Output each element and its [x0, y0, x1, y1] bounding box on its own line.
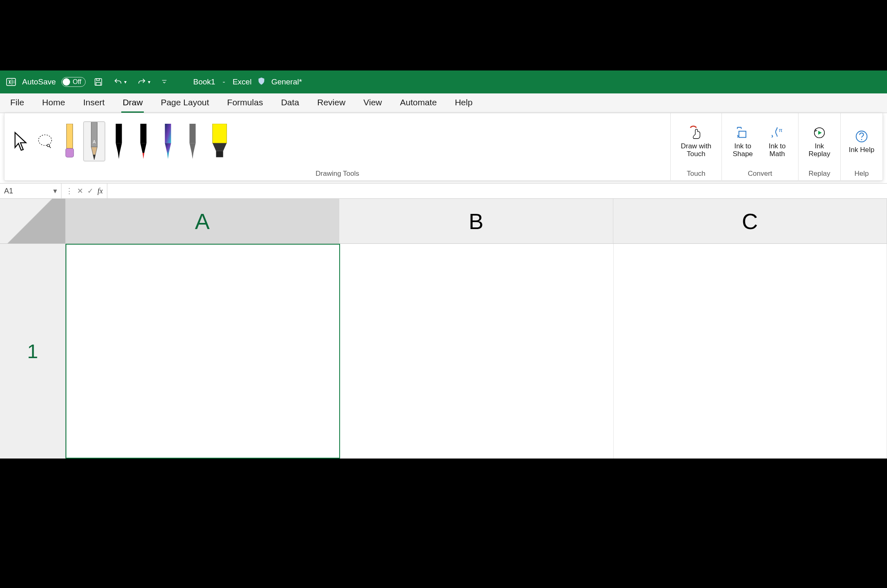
- cancel-icon[interactable]: ✕: [77, 186, 83, 195]
- cell-C1[interactable]: [614, 244, 887, 459]
- customize-qat-button[interactable]: [159, 77, 170, 87]
- app-name: Excel: [233, 77, 252, 86]
- autosave-toggle[interactable]: Off: [61, 77, 86, 87]
- draw-with-touch-label: Draw with Touch: [676, 142, 716, 158]
- pen-tool-pen-gray[interactable]: [181, 121, 204, 161]
- ink-help-button[interactable]: Ink Help: [846, 127, 878, 156]
- svg-rect-5: [97, 79, 100, 81]
- tab-page-layout[interactable]: Page Layout: [159, 97, 210, 113]
- select-all-corner[interactable]: [0, 199, 66, 244]
- svg-rect-22: [165, 124, 171, 143]
- group-drawing-tools: A Drawing Tools: [5, 113, 671, 180]
- pen-tool-pencil[interactable]: A: [83, 121, 105, 161]
- group-label-help: Help: [841, 170, 882, 180]
- autosave-label: AutoSave: [22, 77, 56, 86]
- group-label-drawing-tools: Drawing Tools: [5, 170, 670, 180]
- name-box[interactable]: A1 ▾: [0, 184, 61, 198]
- chevron-down-icon: ▾: [53, 186, 57, 195]
- svg-point-8: [39, 135, 52, 145]
- svg-text:π: π: [779, 127, 783, 133]
- column-header-A[interactable]: A: [66, 199, 339, 244]
- svg-rect-25: [189, 124, 195, 143]
- svg-point-36: [861, 139, 862, 141]
- group-touch: Draw with Touch Touch: [671, 113, 722, 180]
- title-bar: AutoSave Off ▾ ▾ Book1 - Excel General*: [0, 70, 887, 93]
- redo-button[interactable]: ▾: [135, 76, 153, 88]
- svg-rect-30: [216, 151, 223, 157]
- column-header-C[interactable]: C: [613, 199, 887, 244]
- worksheet-grid: ABC 1: [0, 199, 887, 459]
- svg-text:A: A: [93, 140, 96, 144]
- tab-help[interactable]: Help: [454, 97, 474, 113]
- svg-marker-24: [167, 153, 169, 159]
- group-convert: Ink to Shape π Ink to Math Convert: [722, 113, 799, 180]
- svg-rect-16: [116, 124, 122, 143]
- svg-rect-31: [739, 131, 746, 137]
- chevron-down-icon: ▾: [124, 79, 127, 85]
- svg-marker-23: [165, 143, 171, 153]
- column-header-B[interactable]: B: [339, 199, 613, 244]
- group-label-touch: Touch: [671, 170, 721, 180]
- undo-button[interactable]: ▾: [111, 76, 129, 88]
- ink-replay-label: Ink Replay: [804, 142, 835, 158]
- more-icon[interactable]: ⋮: [66, 186, 73, 195]
- column-headers: ABC: [0, 199, 887, 244]
- pen-tool-pen-black[interactable]: [108, 121, 130, 161]
- svg-marker-18: [118, 153, 120, 159]
- formula-bar: A1 ▾ ⋮ ✕ ✓ fx: [0, 183, 887, 199]
- toggle-knob: [63, 78, 70, 86]
- tab-review[interactable]: Review: [316, 97, 347, 113]
- svg-marker-20: [140, 143, 146, 153]
- tab-formulas[interactable]: Formulas: [226, 97, 264, 113]
- tab-data[interactable]: Data: [280, 97, 300, 113]
- svg-rect-10: [66, 124, 73, 148]
- ink-to-math-button[interactable]: π Ink to Math: [761, 123, 793, 160]
- ink-replay-button[interactable]: Ink Replay: [803, 123, 835, 160]
- ink-to-shape-button[interactable]: Ink to Shape: [727, 123, 759, 160]
- ribbon: A Drawing Tools Draw with Touch: [4, 113, 883, 181]
- svg-rect-28: [213, 124, 227, 143]
- tab-draw[interactable]: Draw: [121, 97, 144, 113]
- svg-marker-27: [192, 153, 193, 159]
- fx-icon[interactable]: fx: [98, 187, 103, 195]
- tab-home[interactable]: Home: [41, 97, 66, 113]
- svg-marker-34: [818, 131, 822, 135]
- autosave-state: Off: [73, 78, 81, 86]
- svg-rect-11: [66, 148, 73, 157]
- row-1: 1: [0, 244, 887, 459]
- row-header-1[interactable]: 1: [0, 244, 66, 459]
- sensitivity-label[interactable]: General*: [271, 77, 302, 86]
- excel-icon: [6, 77, 16, 87]
- svg-marker-29: [213, 143, 227, 151]
- pen-tool-eraser[interactable]: [59, 121, 81, 161]
- ink-to-math-label: Ink to Math: [762, 142, 792, 158]
- pen-tool-pen-galaxy[interactable]: [157, 121, 179, 161]
- formula-input[interactable]: [107, 184, 887, 198]
- title-separator: -: [222, 77, 225, 86]
- group-label-convert: Convert: [722, 170, 798, 180]
- pen-tool-pen-red[interactable]: [132, 121, 154, 161]
- svg-marker-17: [116, 143, 122, 153]
- tab-view[interactable]: View: [362, 97, 383, 113]
- pen-tool-highlighter[interactable]: [206, 121, 233, 161]
- svg-rect-6: [96, 82, 101, 85]
- enter-icon[interactable]: ✓: [87, 186, 93, 195]
- ribbon-tabs: FileHomeInsertDrawPage LayoutFormulasDat…: [0, 93, 887, 113]
- shield-icon: [257, 77, 265, 87]
- ink-help-label: Ink Help: [849, 146, 874, 154]
- cell-A1[interactable]: [66, 244, 340, 459]
- select-tool[interactable]: [9, 121, 32, 161]
- svg-marker-21: [143, 153, 144, 159]
- svg-rect-0: [7, 79, 16, 86]
- save-button[interactable]: [91, 76, 105, 88]
- lasso-select-tool[interactable]: [34, 121, 56, 161]
- name-box-value: A1: [4, 187, 13, 195]
- tab-insert[interactable]: Insert: [82, 97, 106, 113]
- tab-file[interactable]: File: [9, 97, 25, 113]
- document-title: Book1: [193, 77, 215, 86]
- draw-with-touch-button[interactable]: Draw with Touch: [676, 123, 717, 160]
- group-help: Ink Help Help: [841, 113, 882, 180]
- svg-rect-19: [140, 124, 146, 143]
- cell-B1[interactable]: [340, 244, 613, 459]
- tab-automate[interactable]: Automate: [399, 97, 438, 113]
